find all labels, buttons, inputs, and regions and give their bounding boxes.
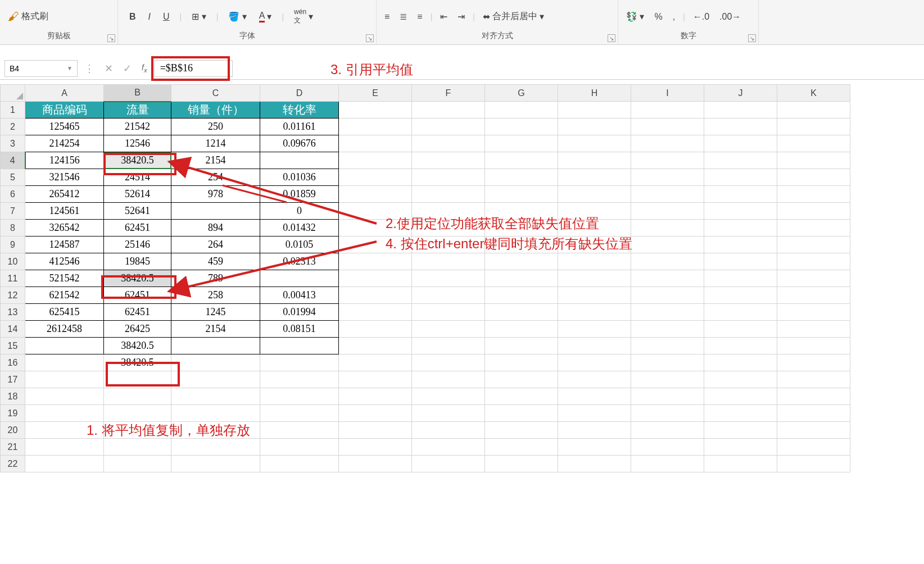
name-box[interactable]: B4 ▼ [4, 60, 78, 77]
cell-I10[interactable] [631, 253, 704, 270]
col-header-J[interactable]: J [704, 85, 777, 102]
cell-H9[interactable] [558, 236, 631, 253]
cell-J19[interactable] [704, 405, 777, 422]
cell-I11[interactable] [631, 270, 704, 287]
cell-B21[interactable] [104, 439, 171, 456]
cell-C14[interactable]: 2154 [171, 321, 260, 338]
cell-E15[interactable] [339, 338, 412, 354]
cell-G6[interactable] [485, 186, 558, 203]
cell-I20[interactable] [631, 422, 704, 439]
cell-F20[interactable] [412, 422, 485, 439]
cell-A2[interactable]: 125465 [25, 119, 104, 135]
cell-G16[interactable] [485, 354, 558, 371]
cell-F21[interactable] [412, 439, 485, 456]
cell-I4[interactable] [631, 152, 704, 169]
row-header-22[interactable]: 22 [1, 456, 25, 472]
cell-B3[interactable]: 12546 [104, 135, 171, 152]
cell-J10[interactable] [704, 253, 777, 270]
cell-G4[interactable] [485, 152, 558, 169]
col-header-F[interactable]: F [412, 85, 485, 102]
cell-G7[interactable] [485, 203, 558, 220]
italic-button[interactable]: I [146, 11, 153, 23]
row-header-19[interactable]: 19 [1, 405, 25, 422]
cell-G10[interactable] [485, 253, 558, 270]
cell-F7[interactable] [412, 203, 485, 220]
border-button[interactable]: ⊞ ▾ [189, 10, 208, 23]
cell-E6[interactable] [339, 186, 412, 203]
cell-J20[interactable] [704, 422, 777, 439]
percent-button[interactable]: % [652, 11, 664, 23]
cell-B8[interactable]: 62451 [104, 220, 171, 236]
cell-I14[interactable] [631, 321, 704, 338]
cell-H22[interactable] [558, 456, 631, 472]
cell-C13[interactable]: 1245 [171, 304, 260, 321]
cell-I7[interactable] [631, 203, 704, 220]
cell-B2[interactable]: 21542 [104, 119, 171, 135]
underline-button[interactable]: U [161, 11, 172, 23]
cell-K19[interactable] [777, 405, 850, 422]
cell-B5[interactable]: 24514 [104, 169, 171, 186]
cell-K7[interactable] [777, 203, 850, 220]
increase-decimal-button[interactable]: ←.0 [691, 11, 712, 23]
align-center-button[interactable]: ≣ [397, 10, 409, 23]
cell-C3[interactable]: 1214 [171, 135, 260, 152]
cell-J8[interactable] [704, 220, 777, 236]
cell-J14[interactable] [704, 321, 777, 338]
cell-B10[interactable]: 19845 [104, 253, 171, 270]
row-header-18[interactable]: 18 [1, 388, 25, 405]
cell-E17[interactable] [339, 371, 412, 388]
comma-button[interactable]: , [671, 11, 677, 23]
cell-E2[interactable] [339, 119, 412, 135]
cell-E12[interactable] [339, 287, 412, 304]
cell-E10[interactable] [339, 253, 412, 270]
cell-A3[interactable]: 214254 [25, 135, 104, 152]
select-all-corner[interactable] [1, 85, 25, 102]
row-header-6[interactable]: 6 [1, 186, 25, 203]
cell-I15[interactable] [631, 338, 704, 354]
col-header-C[interactable]: C [171, 85, 260, 102]
cell-K17[interactable] [777, 371, 850, 388]
cell-G3[interactable] [485, 135, 558, 152]
cell-J11[interactable] [704, 270, 777, 287]
cell-J7[interactable] [704, 203, 777, 220]
cell-A22[interactable] [25, 456, 104, 472]
cell-I3[interactable] [631, 135, 704, 152]
cell-F14[interactable] [412, 321, 485, 338]
cell-J4[interactable] [704, 152, 777, 169]
cell-C12[interactable]: 258 [171, 287, 260, 304]
bold-button[interactable]: B [127, 11, 138, 23]
cell-B18[interactable] [104, 388, 171, 405]
cell-C22[interactable] [171, 456, 260, 472]
cell-D2[interactable]: 0.01161 [260, 119, 339, 135]
align-left-button[interactable]: ≡ [382, 11, 392, 23]
cell-D17[interactable] [260, 371, 339, 388]
cell-H20[interactable] [558, 422, 631, 439]
cell-B7[interactable]: 52641 [104, 203, 171, 220]
row-header-11[interactable]: 11 [1, 270, 25, 287]
cell-K15[interactable] [777, 338, 850, 354]
cell-I6[interactable] [631, 186, 704, 203]
cell-I8[interactable] [631, 220, 704, 236]
fill-color-button[interactable]: 🪣 ▾ [226, 10, 248, 23]
cell-B12[interactable]: 62451 [104, 287, 171, 304]
row-header-4[interactable]: 4 [1, 152, 25, 169]
clipboard-dialog-launcher[interactable]: ↘ [107, 34, 115, 42]
cell-F12[interactable] [412, 287, 485, 304]
cell-G1[interactable] [485, 102, 558, 119]
cell-H11[interactable] [558, 270, 631, 287]
cell-G19[interactable] [485, 405, 558, 422]
cell-D14[interactable]: 0.08151 [260, 321, 339, 338]
cell-C6[interactable]: 978 [171, 186, 260, 203]
cell-D18[interactable] [260, 388, 339, 405]
cell-F10[interactable] [412, 253, 485, 270]
indent-decrease-button[interactable]: ⇤ [438, 10, 450, 23]
cell-I22[interactable] [631, 456, 704, 472]
cell-F18[interactable] [412, 388, 485, 405]
cell-B19[interactable] [104, 405, 171, 422]
format-painter-button[interactable]: 🖌 格式刷 [6, 9, 51, 24]
cell-C16[interactable] [171, 354, 260, 371]
cell-J12[interactable] [704, 287, 777, 304]
cell-H10[interactable] [558, 253, 631, 270]
cell-C11[interactable]: 789 [171, 270, 260, 287]
sheet-grid[interactable]: ABCDEFGHIJK1商品编码流量销量（件）转化率21254652154225… [0, 84, 850, 472]
